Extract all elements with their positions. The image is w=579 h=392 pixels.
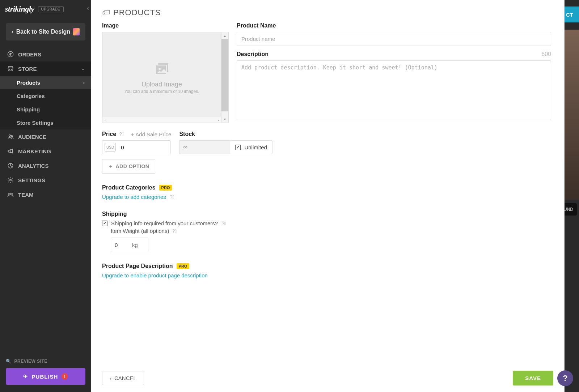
help-icon[interactable]: ?⃝ <box>119 131 124 137</box>
chevron-left-icon: ‹ <box>110 375 111 381</box>
nav-label: ORDERS <box>18 51 41 57</box>
image-vscroll[interactable]: ▴ ▾ <box>221 32 228 123</box>
chevron-left-icon: ‹ <box>12 29 13 35</box>
shipping-title: Shipping <box>102 211 127 217</box>
sidebar-header: strikingly UPGRADE ‹ <box>0 0 91 18</box>
image-uploader[interactable]: Upload Image You can add a maximum of 10… <box>102 32 229 123</box>
help-icon[interactable]: ?⃝ <box>221 221 226 226</box>
desc-label-row: Description 600 <box>237 51 551 57</box>
weight-field[interactable] <box>111 242 132 248</box>
name-label: Product Name <box>237 22 551 29</box>
price-input[interactable]: USD <box>102 140 171 154</box>
stock-block: Stock Unlimited <box>179 131 272 154</box>
upgrade-page-desc-link[interactable]: Upgrade to enable product page descripti… <box>102 272 208 278</box>
image-label: Image <box>102 22 229 29</box>
subnav-label: Shipping <box>17 106 40 112</box>
scroll-down-icon[interactable]: ▾ <box>224 116 226 123</box>
help-fab[interactable]: ? <box>557 370 573 386</box>
site-doc-icon <box>73 28 80 35</box>
scroll-thumb[interactable] <box>221 39 228 111</box>
scroll-right-icon[interactable]: › <box>217 118 219 122</box>
page-desc-section: Product Page Description PRO Upgrade to … <box>102 263 551 279</box>
store-submenu: Products › Categories Shipping Store Set… <box>0 76 91 129</box>
price-label: Price <box>102 131 116 137</box>
help-icon[interactable]: ?⃝ <box>172 228 177 234</box>
desc-label: Description <box>237 51 269 57</box>
paper-plane-icon: ✈ <box>23 373 28 380</box>
stock-field <box>179 140 230 154</box>
svg-point-5 <box>9 193 10 195</box>
nav-audience[interactable]: AUDIENCE <box>0 129 91 144</box>
panel-scroll[interactable]: 🏷 PRODUCTS Image Upload Image You can ad… <box>102 8 553 364</box>
svg-point-6 <box>11 193 13 195</box>
alert-badge: ! <box>62 373 68 380</box>
panel-title-text: PRODUCTS <box>113 8 161 17</box>
search-icon: 🔍 <box>6 359 12 364</box>
price-field[interactable] <box>118 141 171 154</box>
dollar-icon <box>7 51 14 57</box>
scroll-left-icon[interactable]: ‹ <box>105 118 106 122</box>
help-icon[interactable]: ?⃝ <box>170 194 174 200</box>
image-col: Image Upload Image You can add a maximum… <box>102 22 229 123</box>
preview-label: PREVIEW SITE <box>14 359 47 364</box>
upgrade-badge[interactable]: UPGRADE <box>38 6 64 12</box>
cancel-button[interactable]: ‹ CANCEL <box>102 371 144 385</box>
add-option-label: ADD OPTION <box>116 163 149 169</box>
shipping-section: Shipping Shipping info required from you… <box>102 211 551 252</box>
item-weight-row: Item Weight (all options) ?⃝ <box>111 228 551 234</box>
image-hscroll[interactable]: ‹ › <box>102 117 221 123</box>
store-icon <box>7 65 14 72</box>
nav-settings[interactable]: SETTINGS <box>0 173 91 187</box>
shipping-required-row[interactable]: Shipping info required from your custome… <box>102 220 551 226</box>
currency-badge: USD <box>105 143 116 152</box>
logo: strikingly <box>5 4 34 14</box>
subnav-products[interactable]: Products › <box>0 76 91 89</box>
svg-point-7 <box>159 68 161 70</box>
description-textarea[interactable] <box>237 60 551 120</box>
subnav-store-settings[interactable]: Store Settings <box>0 116 91 129</box>
categories-section: Product Categories PRO Upgrade to add ca… <box>102 184 551 200</box>
nav-analytics[interactable]: ANALYTICS <box>0 158 91 173</box>
subnav-categories[interactable]: Categories <box>0 89 91 103</box>
pro-badge: PRO <box>177 263 190 269</box>
upgrade-categories-link[interactable]: Upgrade to add categories <box>102 194 166 200</box>
nav-label: MARKETING <box>18 148 51 154</box>
chevron-right-icon: › <box>83 80 85 85</box>
shipping-required-checkbox[interactable] <box>102 221 107 226</box>
top-row: Image Upload Image You can add a maximum… <box>102 22 551 123</box>
partial-button[interactable]: CT <box>565 7 579 22</box>
item-weight-label: Item Weight (all options) <box>111 228 169 234</box>
nav: ORDERS STORE ⌄ Products › Categories Shi… <box>0 47 91 354</box>
subnav-label: Categories <box>17 93 45 99</box>
preview-site-link[interactable]: 🔍 PREVIEW SITE <box>6 359 85 364</box>
products-panel: 🏷 PRODUCTS Image Upload Image You can ad… <box>91 0 565 392</box>
save-button[interactable]: SAVE <box>513 371 553 385</box>
subnav-shipping[interactable]: Shipping <box>0 103 91 116</box>
stock-label: Stock <box>179 131 195 137</box>
add-sale-price-link[interactable]: + Add Sale Price <box>131 131 171 137</box>
scroll-up-icon[interactable]: ▴ <box>224 32 226 39</box>
nav-team[interactable]: TEAM <box>0 187 91 202</box>
audience-icon <box>7 133 14 140</box>
svg-point-4 <box>10 179 12 181</box>
nav-orders[interactable]: ORDERS <box>0 47 91 61</box>
nav-label: SETTINGS <box>18 177 45 183</box>
image-drop-zone[interactable]: Upload Image You can add a maximum of 10… <box>102 32 221 123</box>
panel-footer: ‹ CANCEL SAVE <box>102 364 553 385</box>
add-option-button[interactable]: ＋ ADD OPTION <box>102 159 155 174</box>
unlimited-toggle[interactable]: Unlimited <box>230 140 272 154</box>
nav-store[interactable]: STORE ⌄ <box>0 61 91 76</box>
sidebar: strikingly UPGRADE ‹ ‹ Back to Site Desi… <box>0 0 91 392</box>
nav-marketing[interactable]: MARKETING <box>0 144 91 158</box>
collapse-sidebar-icon[interactable]: ‹ <box>87 4 89 12</box>
unlimited-checkbox[interactable] <box>235 145 241 150</box>
publish-label: PUBLISH <box>32 374 58 380</box>
weight-input[interactable]: kg <box>111 238 148 252</box>
product-name-input[interactable] <box>237 32 551 46</box>
weight-unit: kg <box>132 242 141 248</box>
analytics-icon <box>7 162 14 169</box>
bg-image-strip <box>563 30 579 200</box>
publish-button[interactable]: ✈ PUBLISH ! <box>6 368 85 385</box>
back-to-site-design-button[interactable]: ‹ Back to Site Design <box>6 23 85 41</box>
price-block: Price ?⃝ + Add Sale Price USD <box>102 131 171 154</box>
